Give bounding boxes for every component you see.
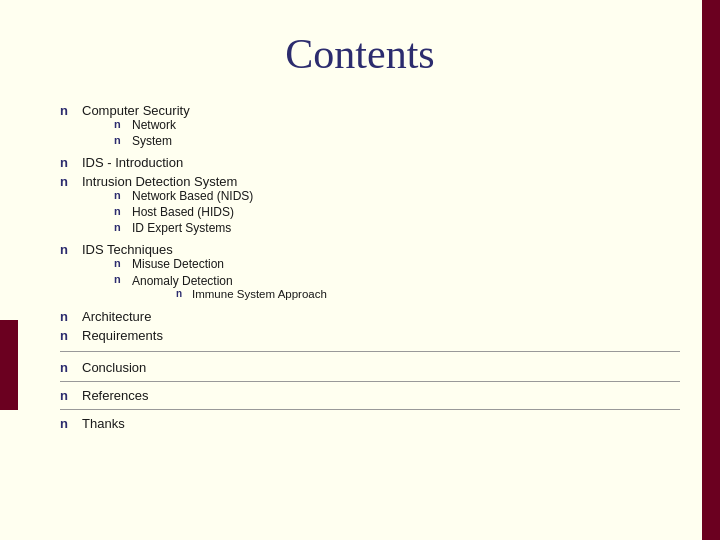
divider	[60, 409, 680, 410]
item-label: Intrusion Detection System	[82, 174, 237, 189]
sub-item-label: ID Expert Systems	[132, 221, 231, 235]
slide: Contents n Computer Security n Network n…	[0, 0, 720, 540]
list-item: n References	[60, 388, 680, 403]
sub-bullet: n	[114, 257, 126, 269]
item-label: Architecture	[82, 309, 151, 324]
sub-list-item: n Network Based (NIDS)	[114, 189, 253, 203]
sub-list: n Network n System	[114, 118, 190, 148]
list-item: n Conclusion	[60, 360, 680, 375]
sub-item-label: System	[132, 134, 172, 148]
sub-list: n Network Based (NIDS) n Host Based (HID…	[114, 189, 253, 235]
bullet: n	[60, 155, 74, 170]
divider	[60, 381, 680, 382]
sub-item-label: Anomaly Detection	[132, 274, 233, 288]
sub-bullet: n	[114, 273, 126, 285]
sub-sub-list-item: n Immune System Approach	[176, 288, 327, 300]
bullet: n	[60, 328, 74, 343]
bullet: n	[60, 103, 74, 118]
sub-item-label: Network	[132, 118, 176, 132]
sub-sub-bullet: n	[176, 288, 186, 299]
sub-sub-list: n Immune System Approach	[176, 288, 327, 300]
list-item: n Architecture	[60, 309, 680, 324]
accent-bar-left	[0, 320, 18, 410]
sub-bullet: n	[114, 205, 126, 217]
bullet: n	[60, 388, 74, 403]
sub-list-item: n ID Expert Systems	[114, 221, 253, 235]
item-label: IDS Techniques	[82, 242, 173, 257]
item-label: References	[82, 388, 148, 403]
bullet: n	[60, 416, 74, 431]
bullet: n	[60, 242, 74, 257]
sub-bullet: n	[114, 134, 126, 146]
divider	[60, 351, 680, 352]
item-label: Thanks	[82, 416, 125, 431]
sub-bullet: n	[114, 221, 126, 233]
content-area: n Computer Security n Network n System n	[0, 103, 720, 431]
sub-list-item: n Host Based (HIDS)	[114, 205, 253, 219]
list-item: n Computer Security n Network n System	[60, 103, 680, 151]
sub-list-item: n Anomaly Detection n Immune System Appr…	[114, 273, 327, 302]
sub-list-item: n Network	[114, 118, 190, 132]
sub-item-label: Misuse Detection	[132, 257, 224, 271]
sub-bullet: n	[114, 118, 126, 130]
item-label: Requirements	[82, 328, 163, 343]
sub-item-label: Network Based (NIDS)	[132, 189, 253, 203]
sub-list: n Misuse Detection n Anomaly Detection n…	[114, 257, 327, 302]
bullet: n	[60, 174, 74, 189]
sub-item-label: Host Based (HIDS)	[132, 205, 234, 219]
bullet: n	[60, 309, 74, 324]
list-item: n IDS Techniques n Misuse Detection n An…	[60, 242, 680, 305]
bullet: n	[60, 360, 74, 375]
sub-sub-item-label: Immune System Approach	[192, 288, 327, 300]
sub-list-item: n System	[114, 134, 190, 148]
item-label: Conclusion	[82, 360, 146, 375]
list-item: n Intrusion Detection System n Network B…	[60, 174, 680, 238]
slide-title: Contents	[0, 0, 720, 103]
item-label: IDS - Introduction	[82, 155, 183, 170]
accent-bar-right	[702, 0, 720, 540]
list-item: n IDS - Introduction	[60, 155, 680, 170]
sub-list-item: n Misuse Detection	[114, 257, 327, 271]
sub-bullet: n	[114, 189, 126, 201]
item-label: Computer Security	[82, 103, 190, 118]
list-item: n Requirements	[60, 328, 680, 343]
list-item: n Thanks	[60, 416, 680, 431]
